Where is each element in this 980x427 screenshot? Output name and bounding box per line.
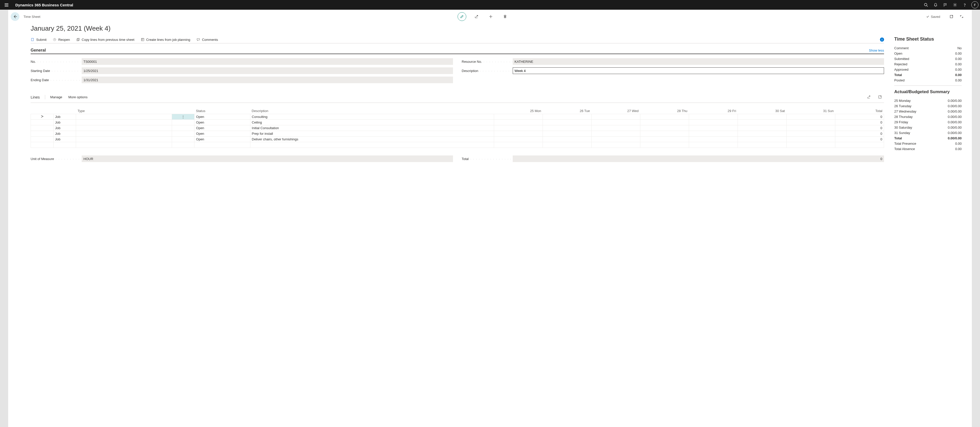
status-factbox-title[interactable]: Time Sheet Status [894, 37, 962, 42]
cell-d7[interactable] [786, 125, 835, 131]
cell-total[interactable]: 0 [835, 137, 884, 142]
help-icon[interactable] [960, 0, 969, 10]
cell-total[interactable]: 0 [835, 120, 884, 125]
fact-row[interactable]: 29 Friday0.00/0.00 [894, 119, 962, 125]
reopen-action[interactable]: Reopen [52, 38, 70, 41]
lines-share-icon[interactable] [865, 93, 873, 101]
cell-d7[interactable] [786, 120, 835, 125]
edit-button[interactable] [458, 12, 466, 21]
fact-row[interactable]: Submitted0.00 [894, 56, 962, 62]
notifications-icon[interactable] [931, 0, 940, 10]
cell-d5[interactable] [689, 137, 738, 142]
row-selector[interactable] [31, 114, 54, 120]
cell-status[interactable]: Open [194, 114, 250, 120]
row-menu[interactable] [172, 137, 194, 142]
cell-d1[interactable] [494, 120, 542, 125]
cell-type[interactable]: Job [53, 137, 76, 142]
col-d1[interactable]: 25 Mon [494, 108, 542, 114]
cell-blank[interactable] [76, 125, 172, 131]
cell-description[interactable]: Deliver chairs, other furnishings [250, 137, 494, 142]
cell-blank[interactable] [76, 114, 172, 120]
cell-d5[interactable] [689, 131, 738, 137]
cell-d6[interactable] [738, 114, 786, 120]
col-type[interactable]: Type [76, 108, 172, 114]
description-input[interactable] [514, 69, 882, 73]
col-status[interactable]: Status [194, 108, 250, 114]
cell-d7[interactable] [786, 131, 835, 137]
cell-blank[interactable] [76, 137, 172, 142]
lines-grid[interactable]: Type Status Description 25 Mon 26 Tue 27… [30, 108, 884, 148]
flag-icon[interactable] [941, 0, 950, 10]
cell-blank[interactable] [76, 131, 172, 137]
cell-status[interactable]: Open [194, 131, 250, 137]
fact-row[interactable]: Approved0.00 [894, 67, 962, 72]
fact-row[interactable]: Open0.00 [894, 51, 962, 56]
cell-d6[interactable] [738, 131, 786, 137]
cell-d6[interactable] [738, 137, 786, 142]
fact-row[interactable]: 30 Saturday0.00/0.00 [894, 125, 962, 130]
popout-button[interactable] [947, 13, 956, 21]
cell-d2[interactable] [542, 125, 591, 131]
manage-action[interactable]: Manage [50, 95, 62, 99]
summary-factbox-title[interactable]: Actual/Budgeted Summary [894, 89, 962, 94]
cell-d3[interactable] [591, 125, 640, 131]
cell-description[interactable]: Consulting [250, 114, 494, 120]
lines-expand-icon[interactable] [876, 93, 884, 101]
table-row-empty[interactable] [31, 142, 884, 148]
fact-row[interactable]: Rejected0.00 [894, 62, 962, 67]
fact-row[interactable]: 26 Tuesday0.00/0.00 [894, 104, 962, 109]
cell-d7[interactable] [786, 114, 835, 120]
cell-status[interactable]: Open [194, 137, 250, 142]
cell-d2[interactable] [542, 120, 591, 125]
fact-row[interactable]: 27 Wednesday0.00/0.00 [894, 109, 962, 114]
cell-d6[interactable] [738, 120, 786, 125]
settings-icon[interactable] [950, 0, 959, 10]
row-selector[interactable] [31, 120, 54, 125]
col-description[interactable]: Description [250, 108, 494, 114]
cell-type[interactable]: Job [53, 125, 76, 131]
cell-total[interactable]: 0 [835, 131, 884, 137]
cell-description[interactable]: Ceiling [250, 120, 494, 125]
table-row[interactable]: JobOpenDeliver chairs, other furnishings… [31, 137, 884, 142]
col-d4[interactable]: 28 Thu [640, 108, 689, 114]
table-row[interactable]: JobOpenCeiling0 [31, 120, 884, 125]
cell-d7[interactable] [786, 137, 835, 142]
table-row[interactable]: JobOpenInitial Consultation0 [31, 125, 884, 131]
cell-d1[interactable] [494, 125, 542, 131]
cell-status[interactable]: Open [194, 125, 250, 131]
fact-row[interactable]: Total Absence0.00 [894, 146, 962, 151]
cell-d3[interactable] [591, 114, 640, 120]
cell-blank[interactable] [76, 120, 172, 125]
row-selector[interactable] [31, 137, 54, 142]
back-button[interactable] [11, 12, 19, 21]
cell-d2[interactable] [542, 114, 591, 120]
cell-d4[interactable] [640, 125, 689, 131]
col-d3[interactable]: 27 Wed [591, 108, 640, 114]
fact-row[interactable]: 28 Thursday0.00/0.00 [894, 114, 962, 119]
cell-d5[interactable] [689, 114, 738, 120]
submit-action[interactable]: Submit [30, 38, 46, 41]
cell-total[interactable]: 0 [835, 114, 884, 120]
share-button[interactable] [473, 13, 480, 21]
general-header[interactable]: General Show less [30, 48, 884, 54]
fact-row[interactable]: CommentNo [894, 45, 962, 51]
row-menu[interactable] [172, 120, 194, 125]
table-row[interactable]: Job⋮OpenConsulting0 [31, 114, 884, 120]
cell-d5[interactable] [689, 125, 738, 131]
cell-d2[interactable] [542, 131, 591, 137]
row-selector[interactable] [31, 131, 54, 137]
cell-type[interactable]: Job [53, 120, 76, 125]
cell-d4[interactable] [640, 137, 689, 142]
app-launcher-icon[interactable] [2, 0, 11, 10]
copy-lines-action[interactable]: Copy lines from previous time sheet [76, 38, 135, 41]
cell-d4[interactable] [640, 120, 689, 125]
cell-d3[interactable] [591, 120, 640, 125]
cell-d2[interactable] [542, 137, 591, 142]
row-selector[interactable] [31, 125, 54, 131]
col-d6[interactable]: 30 Sat [738, 108, 786, 114]
cell-d3[interactable] [591, 131, 640, 137]
fact-row[interactable]: Posted0.00 [894, 78, 962, 83]
col-d7[interactable]: 31 Sun [786, 108, 835, 114]
row-menu[interactable] [172, 125, 194, 131]
delete-button[interactable] [501, 13, 509, 21]
